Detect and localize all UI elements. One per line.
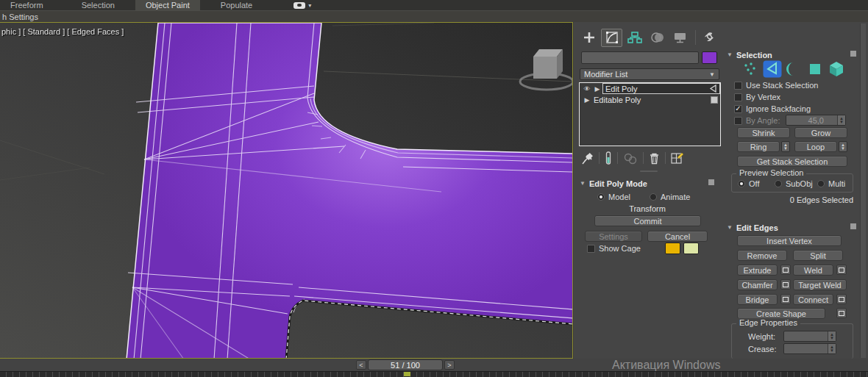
create-tab-icon[interactable]: [578, 29, 600, 47]
subobject-buttons: [741, 60, 846, 78]
modifier-stack[interactable]: 👁 ▶ Edit Poly ▶ Editable Poly: [579, 82, 721, 146]
stack-row-editable-poly[interactable]: ▶ Editable Poly: [580, 94, 720, 105]
utilities-tab-icon[interactable]: [697, 29, 719, 47]
show-cage-checkbox[interactable]: Show Cage: [587, 244, 641, 253]
by-angle-spinner[interactable]: 45,0 ▲▼: [786, 115, 846, 126]
remove-button[interactable]: Remove: [737, 250, 787, 261]
configure-modifier-sets-icon[interactable]: [671, 151, 685, 165]
model-radio[interactable]: Model: [597, 193, 630, 201]
time-slider[interactable]: 51 / 100: [368, 359, 443, 370]
loop-spinner[interactable]: ▲▼: [839, 141, 847, 152]
get-stack-selection-button[interactable]: Get Stack Selection: [737, 156, 847, 167]
create-shape-button[interactable]: Create Shape: [737, 308, 825, 319]
extrude-button[interactable]: Extrude: [737, 265, 778, 276]
ring-spinner[interactable]: ▲▼: [781, 141, 790, 152]
cancel-button[interactable]: Cancel: [647, 231, 708, 242]
eye-icon[interactable]: 👁: [582, 85, 592, 93]
track-bar[interactable]: [0, 371, 868, 377]
rollout-open-icon: ▼: [727, 51, 733, 58]
connect-settings-button[interactable]: [836, 294, 847, 304]
next-frame-button[interactable]: >: [444, 360, 455, 370]
cage-color-swatch-1[interactable]: [665, 243, 680, 254]
element-subobject-icon[interactable]: [827, 60, 846, 78]
weight-spinner[interactable]: ▲▼: [783, 331, 836, 342]
settings-button[interactable]: Settings: [585, 231, 642, 242]
target-weld-button[interactable]: Target Weld: [793, 279, 847, 290]
preview-multi-radio[interactable]: Multi: [817, 179, 845, 188]
preview-subobj-radio[interactable]: SubObj: [775, 179, 813, 188]
track-bar-marker[interactable]: [404, 372, 410, 376]
object-name-input[interactable]: [581, 51, 699, 64]
selection-rollout-header[interactable]: ▼ Selection: [727, 49, 772, 60]
display-tab-icon[interactable]: [669, 29, 691, 47]
edge-subobject-icon-active[interactable]: [763, 60, 782, 78]
border-subobject-icon[interactable]: [784, 60, 803, 78]
stack-row-edit-poly[interactable]: 👁 ▶ Edit Poly: [580, 83, 720, 94]
remove-modifier-trash-icon[interactable]: [649, 152, 660, 165]
spinner-arrows-icon[interactable]: ▲▼: [837, 115, 845, 125]
shrink-button[interactable]: Shrink: [737, 127, 790, 138]
brush-settings-label[interactable]: h Settings: [0, 12, 38, 21]
modify-tab-icon[interactable]: [601, 29, 622, 47]
create-shape-settings-button[interactable]: [836, 308, 847, 318]
base-object-icon: [711, 96, 718, 104]
windows-activation-watermark: Активация Windows: [612, 359, 720, 372]
tab-object-paint[interactable]: Object Paint: [135, 0, 200, 10]
edit-poly-modifier-icon: [709, 85, 717, 93]
bridge-button[interactable]: Bridge: [737, 294, 778, 305]
insert-vertex-button[interactable]: Insert Vertex: [737, 235, 842, 246]
preview-off-radio[interactable]: Off: [738, 179, 759, 188]
split-button[interactable]: Split: [793, 250, 843, 261]
weld-settings-button[interactable]: [836, 265, 847, 275]
extrude-settings-button[interactable]: [780, 265, 791, 275]
ribbon-sub-row: h Settings: [0, 10, 868, 22]
expand-arrow-icon[interactable]: ▶: [592, 85, 602, 93]
ribbon-mouse-icon[interactable]: [294, 2, 305, 9]
grow-button[interactable]: Grow: [794, 127, 847, 138]
motion-tab-icon[interactable]: [647, 29, 668, 47]
spinner-arrows-icon[interactable]: ▲▼: [828, 331, 836, 341]
chamfer-settings-button[interactable]: [780, 279, 791, 290]
toolbar-separator: [599, 152, 600, 164]
modifier-label: Edit Poly: [605, 85, 637, 93]
rollout-divider-grip[interactable]: [640, 170, 658, 172]
show-end-result-icon[interactable]: [605, 151, 612, 165]
transform-label: Transform: [574, 204, 721, 213]
polygon-subobject-icon[interactable]: [805, 60, 825, 78]
use-stack-selection-checkbox[interactable]: Use Stack Selection: [734, 81, 818, 90]
by-angle-checkbox[interactable]: By Angle:: [734, 116, 780, 125]
edit-edges-rollout-header[interactable]: ▼ Edit Edges: [727, 222, 778, 233]
cage-color-swatch-2[interactable]: [683, 243, 699, 254]
object-color-swatch[interactable]: [702, 51, 717, 64]
weld-button[interactable]: Weld: [793, 265, 833, 276]
command-panel: Modifier List ▼ 👁 ▶ Edit Poly ▶ Editable…: [574, 22, 868, 359]
by-vertex-checkbox[interactable]: By Vertex: [734, 93, 780, 101]
animate-radio[interactable]: Animate: [650, 193, 690, 201]
expand-arrow-icon[interactable]: ▶: [582, 96, 592, 104]
viewport-3d[interactable]: phic ] [ Standard ] [ Edged Faces ]: [0, 22, 573, 359]
bridge-settings-button[interactable]: [780, 294, 791, 304]
ignore-backfacing-checkbox[interactable]: ✓Ignore Backfacing: [734, 104, 811, 113]
chamfer-button[interactable]: Chamfer: [737, 279, 778, 290]
modifier-list-dropdown[interactable]: Modifier List ▼: [580, 68, 719, 80]
toolbar-separator: [665, 152, 666, 164]
connect-button[interactable]: Connect: [793, 294, 833, 305]
tab-selection[interactable]: Selection: [71, 0, 125, 10]
rollout-title: Edit Edges: [736, 223, 778, 232]
spinner-arrows-icon[interactable]: ▲▼: [828, 344, 836, 353]
edit-poly-mode-header[interactable]: ▼ Edit Poly Mode: [580, 178, 647, 189]
hierarchy-tab-icon[interactable]: [624, 29, 645, 47]
rollout-scrollbar[interactable]: [860, 24, 866, 358]
tab-freeform[interactable]: Freeform: [0, 0, 54, 10]
pin-stack-icon[interactable]: [582, 152, 594, 165]
crease-spinner[interactable]: ▲▼: [783, 343, 836, 354]
chevron-down-icon[interactable]: ▾: [308, 2, 311, 9]
ring-button[interactable]: Ring: [737, 141, 780, 152]
tab-populate[interactable]: Populate: [210, 0, 263, 10]
vertex-subobject-icon[interactable]: [741, 60, 761, 78]
crease-label: Crease:: [748, 345, 777, 353]
commit-button[interactable]: Commit: [594, 215, 701, 226]
viewport-label[interactable]: phic ] [ Standard ] [ Edged Faces ]: [1, 27, 124, 36]
prev-frame-button[interactable]: <: [356, 360, 366, 370]
loop-button[interactable]: Loop: [794, 141, 837, 152]
